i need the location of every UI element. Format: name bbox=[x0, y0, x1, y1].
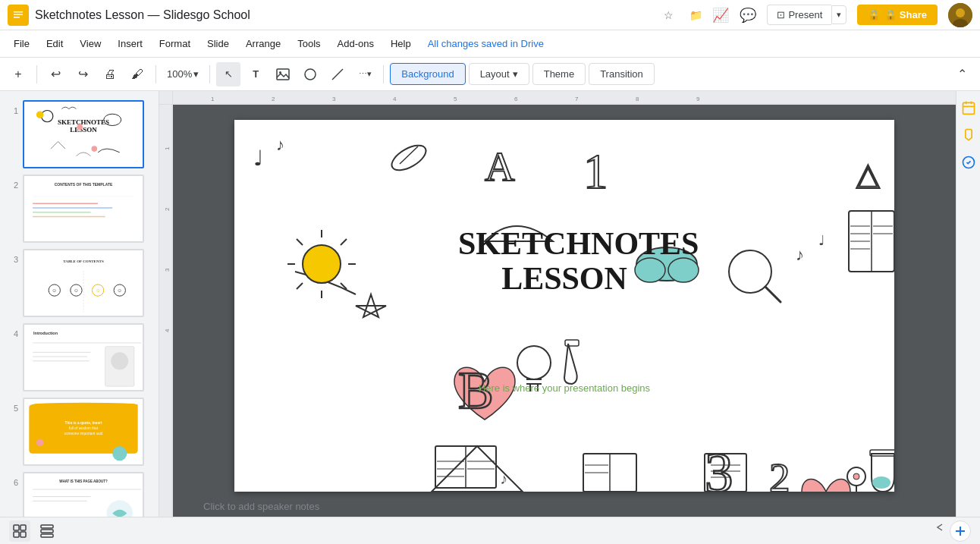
main-area: 1 SKETCHNOTESLESSON bbox=[0, 91, 980, 517]
slide-subtitle: Here is where your presentation begins bbox=[458, 382, 671, 393]
calendar-icon[interactable] bbox=[958, 97, 979, 118]
line-tool-button[interactable] bbox=[325, 62, 350, 86]
redo-button[interactable]: ↪ bbox=[71, 62, 95, 86]
layout-button[interactable]: Layout ▾ bbox=[469, 63, 529, 85]
canvas-area[interactable]: ♩ ♪ A 1 bbox=[173, 105, 956, 517]
slide-5-content: This is a quote, insert full of wisdom t… bbox=[24, 399, 143, 464]
undo-button[interactable]: ↩ bbox=[43, 62, 68, 86]
slide-preview-3[interactable]: TABLE OF CONTENTS ☺ ☺ ☺ ☺ bbox=[23, 249, 144, 317]
svg-rect-141 bbox=[583, 454, 636, 492]
zoom-value: 100% bbox=[167, 68, 192, 80]
slide-preview-5[interactable]: This is a quote, insert full of wisdom t… bbox=[23, 398, 144, 466]
paint-format-button[interactable]: 🖌 bbox=[125, 62, 149, 86]
present-group: ⊡ Present ▾ bbox=[767, 5, 847, 25]
slide-preview-1[interactable]: SKETCHNOTESLESSON bbox=[23, 100, 144, 168]
svg-text:1: 1 bbox=[164, 146, 171, 150]
print-button[interactable]: 🖨 bbox=[98, 62, 122, 86]
menu-insert[interactable]: Insert bbox=[110, 35, 150, 52]
slide-thumbnail-3[interactable]: 3 TABLE OF CONTENTS ☺ ☺ ☺ ☺ bbox=[0, 246, 159, 320]
list-view-button[interactable] bbox=[36, 520, 58, 542]
zoom-selector[interactable]: 100% ▾ bbox=[162, 65, 203, 83]
grid-view-button[interactable] bbox=[9, 520, 30, 542]
slide-preview-6[interactable]: WHAT IS THIS PAGE ABOUT? bbox=[23, 472, 144, 517]
slide-4-content: Introduction bbox=[24, 325, 143, 390]
menu-tools[interactable]: Tools bbox=[290, 35, 328, 52]
svg-text:3: 3 bbox=[164, 268, 171, 272]
slide-panel: 1 SKETCHNOTESLESSON bbox=[0, 91, 159, 517]
menu-file[interactable]: File bbox=[6, 35, 37, 52]
vertical-ruler: 1 2 3 4 bbox=[159, 105, 173, 517]
svg-rect-130 bbox=[565, 340, 579, 346]
svg-text:☺: ☺ bbox=[52, 288, 57, 293]
cursor-tool-button[interactable]: ↖ bbox=[216, 62, 240, 86]
add-slide-floating-button[interactable] bbox=[950, 520, 971, 542]
menu-bar: File Edit View Insert Format Slide Arran… bbox=[0, 30, 980, 58]
svg-point-13 bbox=[104, 114, 121, 125]
svg-rect-45 bbox=[173, 91, 956, 105]
collapse-panel-btn[interactable]: ⌃ bbox=[950, 62, 974, 86]
svg-text:4: 4 bbox=[393, 96, 397, 102]
theme-button[interactable]: Theme bbox=[532, 63, 586, 85]
menu-addons[interactable]: Add-ons bbox=[330, 35, 382, 52]
svg-rect-156 bbox=[963, 102, 974, 114]
svg-point-14 bbox=[77, 124, 83, 130]
slide-thumbnail-5[interactable]: 5 This is a quote, insert full of wisdom… bbox=[0, 395, 159, 469]
image-tool-button[interactable] bbox=[271, 62, 295, 86]
horizontal-ruler: 1 2 3 4 5 6 7 8 9 bbox=[173, 91, 956, 105]
menu-help[interactable]: Help bbox=[383, 35, 419, 52]
svg-text:2: 2 bbox=[164, 207, 171, 211]
svg-text:♪: ♪ bbox=[500, 470, 507, 487]
slide-thumbnail-4[interactable]: 4 Introduction bbox=[0, 320, 159, 395]
present-screen-icon: ⊡ bbox=[777, 9, 785, 20]
menu-format[interactable]: Format bbox=[152, 35, 198, 52]
svg-rect-56 bbox=[159, 105, 173, 517]
user-avatar[interactable] bbox=[948, 3, 972, 27]
background-button[interactable]: Background bbox=[390, 63, 465, 85]
shape-tool-button[interactable] bbox=[298, 62, 322, 86]
menu-arrange[interactable]: Arrange bbox=[238, 35, 288, 52]
svg-text:♪: ♪ bbox=[796, 245, 804, 264]
share-button[interactable]: 🔒 🔒 Share bbox=[857, 5, 938, 25]
expand-panel-button[interactable] bbox=[933, 520, 948, 538]
svg-point-12 bbox=[36, 111, 44, 118]
folder-icon[interactable]: 📁 bbox=[685, 5, 706, 26]
speaker-notes-placeholder: Click to add speaker notes bbox=[203, 501, 319, 512]
transition-button[interactable]: Transition bbox=[589, 63, 655, 85]
bottom-bar bbox=[0, 517, 980, 544]
slide-preview-2[interactable]: CONTENTS OF THIS TEMPLATE bbox=[23, 175, 144, 243]
text-tool-button[interactable]: T bbox=[243, 62, 268, 86]
title-bar: Sketchnotes Lesson — Slidesgo School ☆ 📁… bbox=[0, 0, 980, 30]
menu-edit[interactable]: Edit bbox=[39, 35, 71, 52]
slide-thumbnail-1[interactable]: 1 SKETCHNOTESLESSON bbox=[0, 97, 159, 171]
svg-rect-3 bbox=[14, 17, 20, 18]
speaker-notes[interactable]: Click to add speaker notes bbox=[188, 492, 941, 517]
svg-line-77 bbox=[297, 239, 303, 245]
slide-thumbnail-2[interactable]: 2 CONTENTS OF THIS TEMPLATE bbox=[0, 171, 159, 246]
menu-view[interactable]: View bbox=[72, 35, 108, 52]
svg-line-75 bbox=[297, 283, 303, 289]
keep-icon[interactable] bbox=[958, 124, 979, 146]
present-dropdown-button[interactable]: ▾ bbox=[831, 5, 847, 24]
star-icon[interactable]: ☆ bbox=[658, 5, 679, 26]
analytics-icon[interactable]: 📈 bbox=[712, 7, 729, 24]
comments-icon[interactable]: 💬 bbox=[740, 7, 756, 24]
present-button[interactable]: ⊡ Present bbox=[767, 5, 831, 25]
svg-point-40 bbox=[36, 439, 44, 447]
slide-num-2: 2 bbox=[6, 175, 18, 190]
slide-preview-4[interactable]: Introduction bbox=[23, 323, 144, 391]
svg-text:2: 2 bbox=[769, 454, 790, 492]
add-slide-toolbar-btn[interactable]: + bbox=[6, 62, 30, 86]
slide-thumbnail-6[interactable]: 6 WHAT IS THIS PAGE ABOUT? bbox=[0, 469, 159, 517]
slide-num-4: 4 bbox=[6, 323, 18, 338]
more-shapes-button[interactable]: ⋯▾ bbox=[353, 62, 377, 86]
slide-canvas[interactable]: ♩ ♪ A 1 bbox=[234, 120, 894, 492]
svg-rect-145 bbox=[705, 454, 746, 492]
svg-point-64 bbox=[388, 140, 429, 175]
svg-text:6: 6 bbox=[514, 96, 518, 102]
tasks-icon[interactable] bbox=[958, 152, 979, 173]
menu-slide[interactable]: Slide bbox=[199, 35, 237, 52]
svg-rect-163 bbox=[14, 532, 19, 537]
svg-text:9: 9 bbox=[696, 96, 700, 102]
lock-icon: 🔒 bbox=[868, 9, 880, 20]
layout-dropdown-icon: ▾ bbox=[513, 68, 518, 80]
